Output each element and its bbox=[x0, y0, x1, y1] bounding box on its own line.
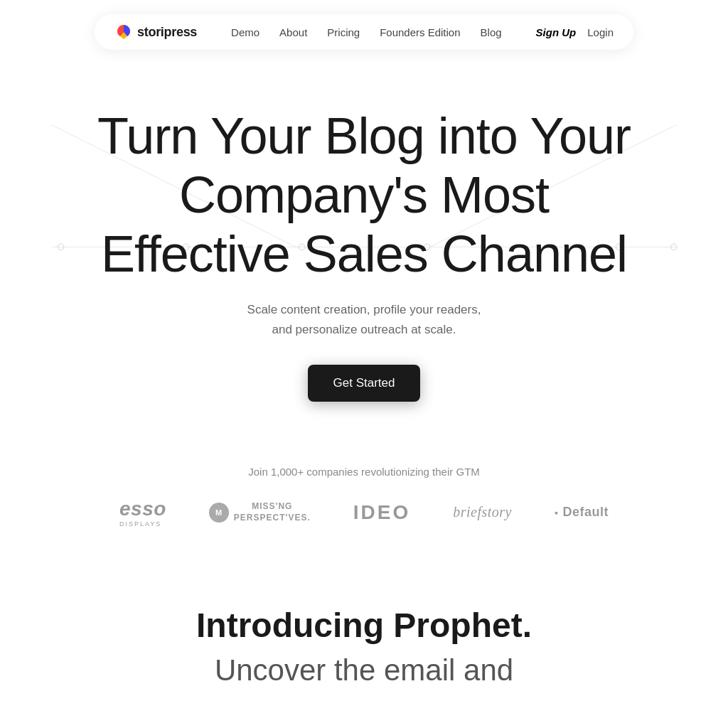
logo-ideo: IDEO bbox=[353, 501, 410, 524]
default-icon: ▪ bbox=[555, 507, 558, 518]
nav-item-founders[interactable]: Founders Edition bbox=[380, 26, 460, 38]
nav-item-demo[interactable]: Demo bbox=[231, 26, 259, 38]
logo-icon bbox=[114, 23, 133, 41]
get-started-button[interactable]: Get Started bbox=[308, 365, 421, 402]
logo-briefstory: briefstory bbox=[453, 504, 512, 520]
logo-default: ▪ Default bbox=[555, 505, 609, 520]
logo-missing-perspectives: M MISS'NGPERSPECT'VES. bbox=[209, 501, 311, 523]
company-logos: esso DISPLAYS M MISS'NGPERSPECT'VES. IDE… bbox=[14, 498, 714, 528]
signup-button[interactable]: Sign Up bbox=[536, 26, 577, 38]
social-proof-text: Join 1,000+ companies revolutionizing th… bbox=[14, 466, 714, 478]
hero-content: Turn Your Blog into Your Company's Most … bbox=[14, 107, 714, 402]
navbar: storipress Demo About Pricing Founders E… bbox=[0, 0, 728, 64]
introducing-title: Introducing Prophet. bbox=[14, 606, 714, 645]
logo-link[interactable]: storipress bbox=[114, 23, 197, 41]
nav-inner: storipress Demo About Pricing Founders E… bbox=[95, 14, 633, 50]
nav-actions: Sign Up Login bbox=[536, 26, 614, 38]
logo-text: storipress bbox=[137, 25, 197, 40]
introducing-section: Introducing Prophet. Uncover the email a… bbox=[0, 549, 728, 716]
nav-item-about[interactable]: About bbox=[279, 26, 307, 38]
hero-subtitle: Scale content creation, profile your rea… bbox=[14, 300, 714, 338]
logo-esso: esso DISPLAYS bbox=[119, 498, 166, 528]
nav-links: Demo About Pricing Founders Edition Blog bbox=[231, 26, 502, 38]
introducing-subtitle: Uncover the email and bbox=[14, 653, 714, 687]
hero-title: Turn Your Blog into Your Company's Most … bbox=[80, 107, 648, 283]
missing-icon: M bbox=[209, 503, 229, 523]
nav-item-blog[interactable]: Blog bbox=[481, 26, 502, 38]
hero-section: Turn Your Blog into Your Company's Most … bbox=[0, 64, 728, 430]
login-button[interactable]: Login bbox=[587, 26, 614, 38]
social-proof-section: Join 1,000+ companies revolutionizing th… bbox=[0, 430, 728, 549]
nav-item-pricing[interactable]: Pricing bbox=[327, 26, 360, 38]
